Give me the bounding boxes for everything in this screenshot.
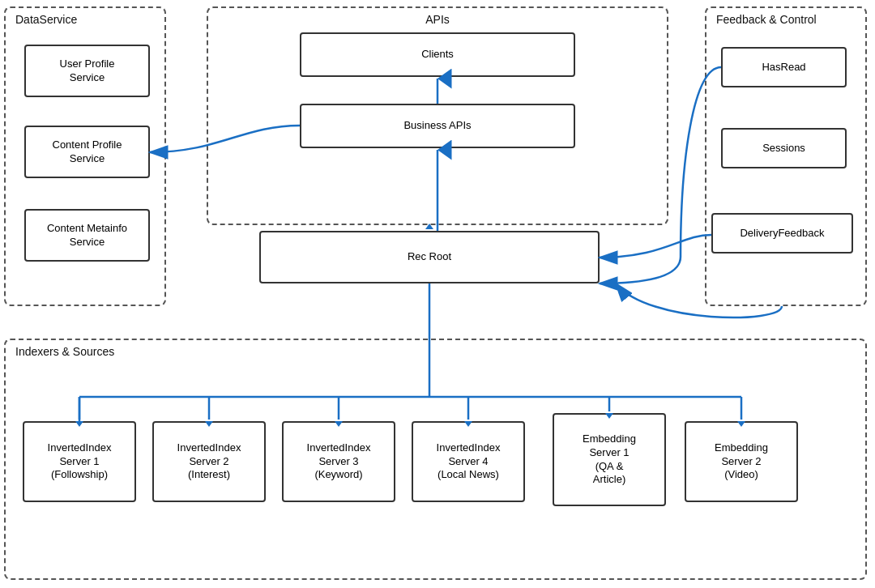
embedding-server-1: Embedding Server 1 (QA & Article) bbox=[553, 413, 666, 506]
dataservice-label: DataService bbox=[15, 13, 77, 26]
rec-root-box: Rec Root bbox=[259, 231, 600, 283]
embedding-server-2: Embedding Server 2 (Video) bbox=[685, 421, 798, 502]
business-apis-box: Business APIs bbox=[300, 104, 575, 148]
hasread-box: HasRead bbox=[721, 47, 847, 87]
inverted-index-4: InvertedIndex Server 4 (Local News) bbox=[412, 421, 525, 502]
apis-label: APIs bbox=[425, 13, 450, 26]
indexers-label: Indexers & Sources bbox=[15, 345, 114, 358]
content-profile-service: Content Profile Service bbox=[24, 126, 150, 178]
inverted-index-3: InvertedIndex Server 3 (Keyword) bbox=[282, 421, 395, 502]
diagram-container: DataService APIs Feedback & Control Inde… bbox=[0, 0, 875, 588]
user-profile-service: User Profile Service bbox=[24, 45, 150, 97]
sessions-box: Sessions bbox=[721, 128, 847, 168]
inverted-index-2: InvertedIndex Server 2 (Interest) bbox=[152, 421, 266, 502]
inverted-index-1: InvertedIndex Server 1 (Followship) bbox=[23, 421, 136, 502]
feedback-label: Feedback & Control bbox=[716, 13, 817, 26]
clients-box: Clients bbox=[300, 32, 575, 77]
content-metainfo-service: Content Metainfo Service bbox=[24, 209, 150, 262]
delivery-feedback-box: DeliveryFeedback bbox=[711, 213, 853, 254]
